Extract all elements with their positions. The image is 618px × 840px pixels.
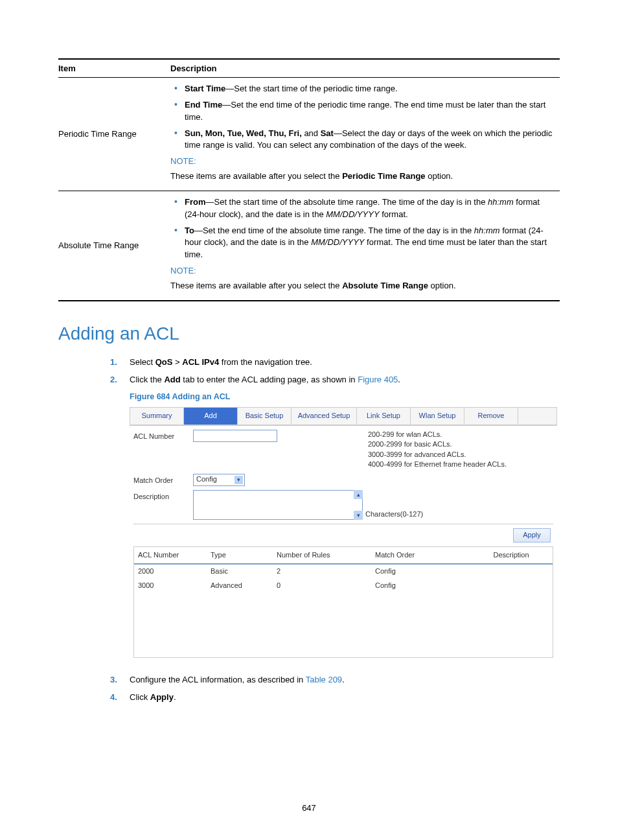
tab-add[interactable]: Add [184,407,238,425]
acl-number-input[interactable] [193,430,277,442]
row-absolute-item: Absolute Time Range [58,191,170,300]
chevron-down-icon: ▾ [235,476,243,484]
row-periodic-item: Periodic Time Range [58,78,170,191]
table-row[interactable]: 2000 Basic 2 Config [134,565,553,579]
step-4: Click Apply. [130,691,560,705]
match-order-label: Match Order [133,474,193,487]
tab-link-setup[interactable]: Link Setup [357,407,411,425]
arrow-up-icon[interactable]: ▴ [354,490,363,499]
description-label: Description [133,490,193,503]
table-row[interactable]: 3000 Advanced 0 Config [134,579,553,593]
tab-summary[interactable]: Summary [130,407,184,425]
time-range-table: Item Description Periodic Time Range Sta… [58,58,560,301]
tab-advanced-setup[interactable]: Advanced Setup [292,407,357,425]
header-description: Description [170,59,560,78]
tab-remove[interactable]: Remove [464,407,518,425]
row-periodic-desc: Start Time—Set the start time of the per… [170,78,560,191]
step-1: Select QoS > ACL IPv4 from the navigatio… [130,356,560,369]
char-hint: Characters(0-127) [365,509,423,520]
tab-basic-setup[interactable]: Basic Setup [238,407,292,425]
tabs: Summary Add Basic Setup Advanced Setup L… [130,407,557,426]
match-order-select[interactable]: Config ▾ [193,474,245,486]
acl-add-ui: Summary Add Basic Setup Advanced Setup L… [130,407,557,661]
table-link[interactable]: Table 209 [306,675,342,684]
figure-caption: Figure 684 Adding an ACL [130,390,560,403]
arrow-down-icon[interactable]: ▾ [354,511,363,520]
acl-number-label: ACL Number [133,430,193,443]
tab-wlan-setup[interactable]: Wlan Setup [411,407,464,425]
page-number: 647 [0,803,618,813]
note-label: NOTE: [170,265,555,277]
apply-button[interactable]: Apply [513,528,551,542]
acl-list: ACL Number Type Number of Rules Match Or… [133,546,553,658]
row-absolute-desc: From—Set the start time of the absolute … [170,191,560,300]
step-2: Click the Add tab to enter the ACL addin… [130,373,560,662]
acl-list-headers: ACL Number Type Number of Rules Match Or… [134,547,553,565]
figure-link[interactable]: Figure 405 [358,375,398,384]
header-item: Item [58,59,170,78]
page-title: Adding an ACL [58,323,560,344]
note-label: NOTE: [170,156,555,168]
description-input[interactable]: ▴ ▾ [193,490,363,520]
step-3: Configure the ACL information, as descri… [130,673,560,687]
acl-number-hints: 200-299 for wlan ACLs. 2000-2999 for bas… [368,430,507,470]
